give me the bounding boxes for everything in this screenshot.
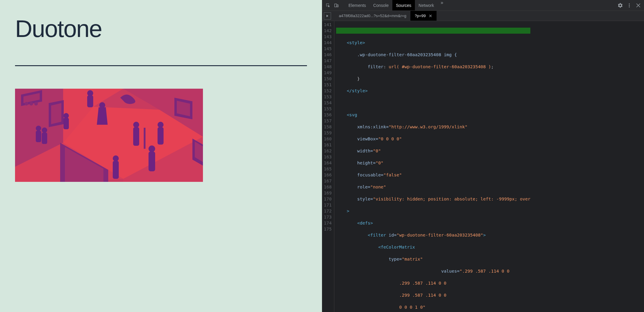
svg-rect-40 [337, 5, 338, 7]
source-file-tabs: a478f08a3222ad0...?s=52&d=mm&r=g ?p=99 ✕ [322, 11, 644, 21]
svg-point-9 [25, 102, 28, 106]
svg-point-26 [36, 126, 41, 131]
settings-icon[interactable] [616, 1, 624, 10]
svg-rect-25 [63, 118, 69, 129]
source-tab-file1[interactable]: a478f08a3222ad0...?s=52&d=mm&r=g [335, 11, 410, 21]
tab-sources[interactable]: Sources [392, 0, 415, 11]
svg-point-41 [629, 3, 630, 4]
line-gutter: 141 142 143 144 145 146 147 148 149 150 … [322, 21, 334, 312]
svg-point-34 [149, 145, 155, 152]
svg-marker-13 [51, 103, 61, 124]
svg-rect-21 [87, 95, 93, 107]
svg-rect-38 [144, 128, 146, 149]
svg-point-30 [133, 122, 139, 128]
svg-rect-33 [158, 127, 164, 145]
svg-point-28 [42, 127, 47, 133]
kebab-icon[interactable] [625, 1, 633, 10]
source-tab-file2[interactable]: ?p=99 ✕ [410, 11, 437, 21]
tab-elements[interactable]: Elements [345, 0, 370, 11]
close-icon[interactable] [634, 1, 642, 10]
navigator-toggle-icon[interactable] [324, 12, 331, 20]
code-content: <style> .wp-duotone-filter-60aa203235408… [334, 21, 530, 312]
svg-point-10 [29, 102, 33, 106]
page-preview: Duotone [0, 0, 322, 312]
svg-rect-27 [36, 131, 41, 142]
svg-point-24 [63, 113, 69, 118]
svg-rect-37 [113, 161, 119, 179]
tabs-overflow-icon[interactable]: » [437, 0, 446, 11]
page-title: Duotone [15, 15, 307, 43]
code-editor[interactable]: 141 142 143 144 145 146 147 148 149 150 … [322, 21, 644, 312]
svg-point-43 [629, 6, 630, 7]
svg-point-32 [158, 122, 164, 128]
svg-point-42 [629, 5, 630, 6]
source-tab-label: ?p=99 [415, 14, 426, 18]
svg-rect-29 [42, 133, 47, 144]
duotone-image [15, 89, 203, 182]
svg-point-36 [113, 155, 119, 161]
svg-marker-23 [97, 107, 108, 125]
tab-close-icon[interactable]: ✕ [429, 14, 432, 18]
device-icon[interactable] [332, 1, 341, 10]
svg-rect-31 [133, 127, 139, 146]
devtools-toolbar: Elements Console Sources Network » [322, 0, 644, 11]
tab-network[interactable]: Network [415, 0, 437, 11]
svg-point-11 [34, 102, 38, 106]
tab-console[interactable]: Console [370, 0, 392, 11]
svg-rect-35 [149, 151, 155, 171]
devtools-panel: Elements Console Sources Network » a478f… [322, 0, 644, 312]
inspect-icon[interactable] [324, 1, 332, 10]
svg-rect-39 [335, 4, 337, 7]
divider [15, 65, 307, 66]
